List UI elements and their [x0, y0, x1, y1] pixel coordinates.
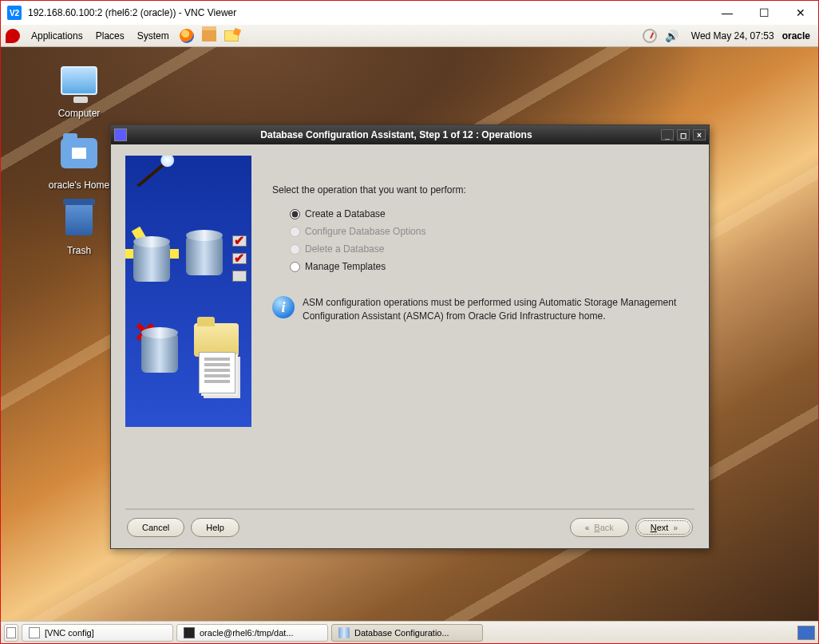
option-delete-database[interactable]: Delete a Database	[290, 243, 694, 255]
checkbox-icon	[232, 271, 247, 282]
database-cylinder-icon	[186, 235, 223, 275]
next-button[interactable]: Next»	[635, 518, 693, 537]
option-label: Create a Database	[305, 208, 386, 219]
vnc-window: V2 192.168.60.100:2 (rhel6:2 (oracle)) -…	[0, 0, 819, 644]
trash-icon	[65, 203, 93, 235]
cancel-button[interactable]: Cancel	[127, 518, 184, 537]
help-button[interactable]: Help	[191, 518, 239, 537]
dbca-main: Select the operation that you want to pe…	[125, 156, 694, 504]
database-cylinder-icon	[141, 333, 178, 373]
option-label: Manage Templates	[305, 261, 386, 272]
window-icon	[29, 627, 40, 638]
show-desktop-button[interactable]	[4, 624, 18, 642]
redhat-logo-icon[interactable]	[6, 29, 20, 43]
option-configure-database[interactable]: Configure Database Options	[290, 226, 694, 237]
firefox-icon[interactable]	[178, 27, 196, 45]
dbca-titlebar[interactable]: Database Configuration Assistant, Step 1…	[111, 125, 709, 144]
computer-icon	[61, 66, 97, 95]
checkbox-icon	[232, 235, 247, 247]
close-button[interactable]: ✕	[789, 2, 812, 24]
wand-icon	[137, 159, 170, 187]
prompt-label: Select the operation that you want to pe…	[272, 184, 694, 196]
desktop-label: Trash	[39, 245, 119, 256]
desktop-label: oracle's Home	[39, 180, 119, 191]
task-vnc-config[interactable]: [VNC config]	[22, 624, 173, 642]
clock[interactable]: Wed May 24, 07:53	[691, 30, 774, 41]
user-menu[interactable]: oracle	[782, 30, 810, 41]
dbca-window-controls: _ ◻ ×	[661, 129, 706, 140]
back-button[interactable]: «Back	[570, 518, 629, 537]
menu-places[interactable]: Places	[89, 30, 131, 41]
vnc-title: 192.168.60.100:2 (rhel6:2 (oracle)) - VN…	[28, 7, 716, 18]
dbca-title-text: Database Configuration Assistant, Step 1…	[132, 129, 661, 140]
chevron-right-icon: »	[673, 523, 678, 532]
task-label: oracle@rhel6:/tmp/dat...	[200, 628, 294, 638]
vnc-logo-icon: V2	[7, 6, 22, 20]
notes-icon[interactable]	[223, 27, 240, 45]
dbca-app-icon	[114, 128, 127, 141]
gnome-bottom-panel: [VNC config] oracle@rhel6:/tmp/dat... Da…	[1, 621, 818, 643]
task-label: [VNC config]	[45, 628, 94, 638]
desktop-icon-trash[interactable]: Trash	[39, 200, 119, 256]
info-row: i ASM configuration operations must be p…	[272, 296, 694, 324]
operation-options: Create a Database Configure Database Opt…	[290, 208, 694, 272]
task-dbca[interactable]: Database Configuratio...	[331, 624, 483, 642]
menu-applications[interactable]: Applications	[25, 30, 89, 41]
dbca-form: Select the operation that you want to pe…	[267, 156, 694, 504]
checkbox-icon	[232, 253, 247, 264]
info-icon: i	[272, 296, 295, 318]
window-controls: — ☐ ✕	[716, 2, 812, 24]
option-label: Configure Database Options	[305, 226, 425, 237]
workspace-switcher[interactable]	[797, 626, 815, 640]
minimize-button[interactable]: —	[716, 2, 738, 24]
radio-create[interactable]	[290, 209, 300, 219]
radio-delete[interactable]	[290, 244, 300, 255]
cpu-meter-icon[interactable]	[641, 27, 659, 45]
volume-icon[interactable]: 🔊	[663, 27, 681, 45]
option-label: Delete a Database	[305, 243, 384, 255]
info-text: ASM configuration operations must be per…	[303, 296, 694, 324]
desktop-icon-computer[interactable]: Computer	[39, 66, 119, 119]
wizard-button-row: Cancel Help «Back Next»	[125, 508, 694, 537]
dbca-close-button[interactable]: ×	[693, 129, 706, 140]
database-cylinder-icon	[133, 242, 170, 282]
dbca-window: Database Configuration Assistant, Step 1…	[110, 124, 710, 549]
papers-icon	[199, 352, 235, 393]
terminal-icon	[184, 627, 195, 638]
desktop-icon	[6, 627, 16, 638]
package-icon[interactable]	[200, 27, 218, 45]
radio-templates[interactable]	[290, 262, 300, 272]
dbca-minimize-button[interactable]: _	[661, 129, 674, 140]
task-terminal[interactable]: oracle@rhel6:/tmp/dat...	[176, 624, 328, 642]
task-label: Database Configuratio...	[354, 628, 449, 638]
menu-system[interactable]: System	[131, 30, 176, 41]
maximize-button[interactable]: ☐	[753, 2, 775, 24]
option-manage-templates[interactable]: Manage Templates	[290, 261, 694, 272]
gnome-top-panel: Applications Places System 🔊 Wed May 24,…	[1, 25, 818, 47]
dbca-maximize-button[interactable]: ◻	[677, 129, 690, 140]
dbca-body: Select the operation that you want to pe…	[111, 144, 709, 548]
home-folder-icon	[61, 138, 97, 168]
chevron-left-icon: «	[585, 523, 590, 532]
radio-configure[interactable]	[290, 227, 300, 237]
wizard-sidebar-image	[125, 156, 251, 427]
desktop-icon-home[interactable]: oracle's Home	[39, 133, 119, 191]
option-create-database[interactable]: Create a Database	[290, 208, 694, 219]
vnc-titlebar: V2 192.168.60.100:2 (rhel6:2 (oracle)) -…	[1, 1, 818, 25]
database-icon	[338, 627, 350, 638]
desktop-label: Computer	[39, 108, 119, 119]
desktop[interactable]: Computer oracle's Home Trash Database Co…	[1, 47, 818, 621]
